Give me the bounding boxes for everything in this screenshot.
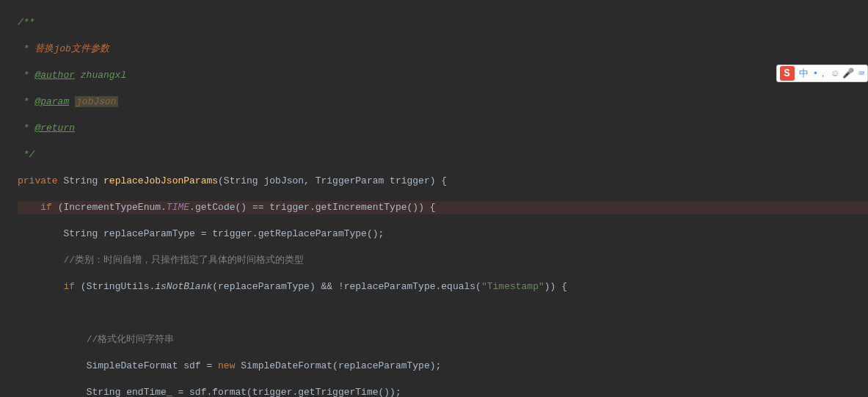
keyword-new: new bbox=[218, 360, 241, 371]
ime-punct-button[interactable]: •， bbox=[813, 67, 828, 80]
ime-mic-button[interactable]: 🎤 bbox=[842, 68, 854, 79]
static-method: isNotBlank bbox=[155, 281, 212, 292]
code-editor[interactable]: /** * 替换job文件参数 * @author zhuangxl * @pa… bbox=[0, 0, 868, 397]
return-tag: @return bbox=[34, 123, 75, 134]
javadoc-desc: 替换job文件参数 bbox=[34, 43, 109, 54]
param-tag: @param bbox=[34, 96, 69, 107]
keyword-private: private bbox=[18, 175, 63, 186]
javadoc-end: */ bbox=[18, 149, 34, 160]
ime-keyboard-button[interactable]: ⌨ bbox=[858, 68, 864, 79]
javadoc-star: * bbox=[18, 43, 34, 54]
ime-logo-icon[interactable]: S bbox=[780, 66, 795, 81]
ime-toolbar[interactable]: S 中 •， ☺ 🎤 ⌨ bbox=[776, 65, 868, 82]
javadoc-start: /** bbox=[18, 17, 34, 28]
ime-lang-button[interactable]: 中 bbox=[799, 67, 809, 80]
author-tag: @author bbox=[34, 70, 75, 81]
comment: //类别：时间自增，只操作指定了具体的时间格式的类型 bbox=[63, 255, 304, 266]
param-name: jobJson bbox=[75, 96, 118, 107]
ime-emoji-button[interactable]: ☺ bbox=[832, 68, 838, 79]
enum-time: TIME bbox=[167, 202, 189, 213]
method-name: replaceJobJsonParams bbox=[103, 175, 218, 186]
keyword-if: if bbox=[40, 202, 57, 213]
